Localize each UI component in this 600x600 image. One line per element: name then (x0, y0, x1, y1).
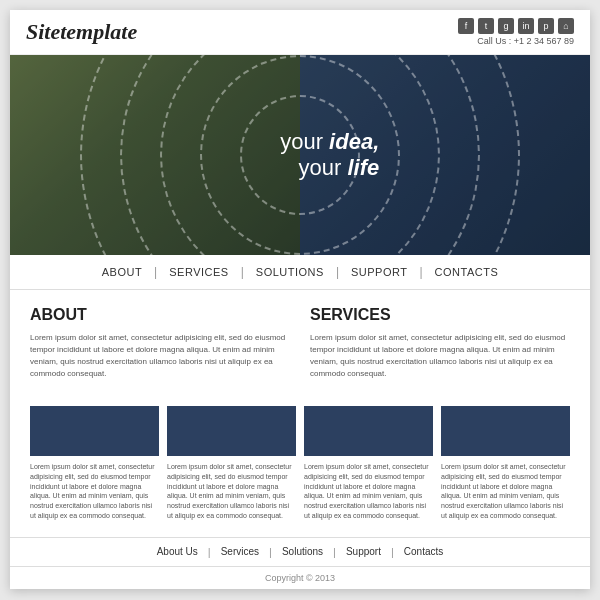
services-col: SERVICES Lorem ipsum dolor sit amet, con… (310, 306, 570, 380)
footer-solutions[interactable]: Solutions (272, 546, 333, 557)
facebook-icon[interactable]: f (458, 18, 474, 34)
footer-services[interactable]: Services (211, 546, 269, 557)
header-right: f t g in p ⌂ Call Us : +1 2 34 567 89 (458, 18, 574, 46)
card-4: Lorem ipsum dolor sit amet, consectetur … (441, 406, 570, 521)
footer-contacts[interactable]: Contacts (394, 546, 453, 557)
nav-contacts[interactable]: CONTACTS (423, 266, 511, 278)
content-section: ABOUT Lorem ipsum dolor sit amet, consec… (10, 290, 590, 396)
card-4-text: Lorem ipsum dolor sit amet, consectetur … (441, 462, 570, 521)
hero-line1: your idea, (280, 129, 379, 155)
nav-services[interactable]: SERVICES (157, 266, 240, 278)
header: Sitetemplate f t g in p ⌂ Call Us : +1 2… (10, 10, 590, 55)
services-title: SERVICES (310, 306, 570, 324)
logo: Sitetemplate (26, 19, 137, 45)
social-icons: f t g in p ⌂ (458, 18, 574, 34)
card-3-text: Lorem ipsum dolor sit amet, consectetur … (304, 462, 433, 521)
page-wrapper: Sitetemplate f t g in p ⌂ Call Us : +1 2… (10, 10, 590, 589)
card-1-text: Lorem ipsum dolor sit amet, consectetur … (30, 462, 159, 521)
cards-section: Lorem ipsum dolor sit amet, consectetur … (10, 396, 590, 537)
nav-about[interactable]: ABOUT (90, 266, 154, 278)
footer-about[interactable]: About Us (147, 546, 208, 557)
nav-support[interactable]: SUPPORT (339, 266, 419, 278)
card-3-image (304, 406, 433, 456)
google-icon[interactable]: g (498, 18, 514, 34)
call-us: Call Us : +1 2 34 567 89 (458, 36, 574, 46)
card-1-image (30, 406, 159, 456)
card-1: Lorem ipsum dolor sit amet, consectetur … (30, 406, 159, 521)
nav-solutions[interactable]: SOLUTIONS (244, 266, 336, 278)
about-col: ABOUT Lorem ipsum dolor sit amet, consec… (30, 306, 290, 380)
pinterest-icon[interactable]: p (538, 18, 554, 34)
card-4-image (441, 406, 570, 456)
footer-nav: About Us | Services | Solutions | Suppor… (10, 537, 590, 567)
main-nav: ABOUT | SERVICES | SOLUTIONS | SUPPORT |… (10, 255, 590, 290)
about-title: ABOUT (30, 306, 290, 324)
hero-line2: your life (280, 155, 379, 181)
card-2: Lorem ipsum dolor sit amet, consectetur … (167, 406, 296, 521)
services-body: Lorem ipsum dolor sit amet, consectetur … (310, 332, 570, 380)
rss-icon[interactable]: ⌂ (558, 18, 574, 34)
twitter-icon[interactable]: t (478, 18, 494, 34)
linkedin-icon[interactable]: in (518, 18, 534, 34)
hero-text: your idea, your life (280, 129, 379, 182)
card-2-image (167, 406, 296, 456)
card-3: Lorem ipsum dolor sit amet, consectetur … (304, 406, 433, 521)
copyright: Copyright © 2013 (10, 567, 590, 589)
footer-support[interactable]: Support (336, 546, 391, 557)
about-body: Lorem ipsum dolor sit amet, consectetur … (30, 332, 290, 380)
card-2-text: Lorem ipsum dolor sit amet, consectetur … (167, 462, 296, 521)
hero-section: your idea, your life (10, 55, 590, 255)
